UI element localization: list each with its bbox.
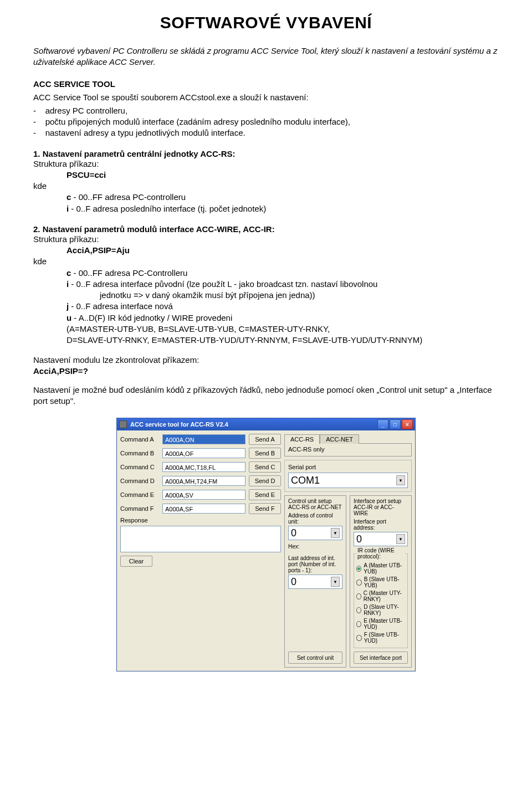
radio-icon bbox=[356, 635, 362, 641]
chevron-down-icon: ▼ bbox=[331, 577, 340, 587]
serial-port-value: COM1 bbox=[291, 475, 320, 486]
serial-port-select[interactable]: COM1 ▼ bbox=[288, 473, 408, 488]
serial-port-group: Serial port COM1 ▼ bbox=[284, 460, 412, 492]
command-f-label: Command F bbox=[120, 505, 159, 512]
tab-acc-rs[interactable]: ACC-RS bbox=[284, 434, 320, 444]
command-c-input[interactable]: A000A,MC,T18,FL bbox=[162, 462, 245, 472]
page-title: SOFTWAROVÉ VYBAVENÍ bbox=[33, 13, 499, 32]
radio-icon bbox=[356, 607, 361, 613]
set-interface-port-button[interactable]: Set interface port bbox=[354, 652, 408, 664]
kde-label: kde bbox=[33, 256, 499, 267]
radio-icon bbox=[356, 579, 362, 586]
radio-icon bbox=[356, 621, 361, 627]
group-title: Interface port setup bbox=[354, 498, 408, 504]
settings-pane: ACC-RS ACC-NET ACC-RS only Serial port C… bbox=[284, 434, 412, 668]
radio-b[interactable]: B (Slave UTB-YUB) bbox=[356, 576, 405, 588]
app-window: ACC service tool for ACC-RS V2.4 _ □ × C… bbox=[116, 418, 416, 671]
radio-f[interactable]: F (Slave UTB-YUD) bbox=[356, 632, 405, 644]
radio-icon bbox=[356, 566, 361, 572]
chevron-down-icon: ▼ bbox=[396, 534, 405, 544]
def-line: u - A..D(F) IR kód jednotky / WIRE prove… bbox=[33, 312, 499, 324]
control-unit-setup-group: Control unit setup ACC-RS or ACC-NET Add… bbox=[284, 495, 346, 668]
command-a-label: Command A bbox=[120, 436, 159, 443]
radio-c[interactable]: C (Master UTY-RNKY) bbox=[356, 590, 405, 602]
app-icon bbox=[119, 420, 127, 428]
struct-label: Struktura příkazu: bbox=[33, 158, 499, 170]
list-item: adresy PC controlleru, bbox=[33, 105, 499, 116]
command-b-label: Command B bbox=[120, 450, 159, 457]
bullet-list: adresy PC controlleru, počtu připojených… bbox=[33, 105, 499, 139]
send-a-button[interactable]: Send A bbox=[249, 434, 281, 445]
command-b-input[interactable]: A000A,OF bbox=[162, 448, 245, 458]
commands-pane: Command A A000A,ON Send A Command B A000… bbox=[120, 434, 281, 668]
maximize-button[interactable]: □ bbox=[390, 419, 401, 429]
subsection-2-title: 2. Nastavení parametrů modulů interface … bbox=[33, 224, 499, 234]
set-control-unit-button[interactable]: Set control unit bbox=[288, 652, 342, 664]
response-box[interactable] bbox=[120, 526, 281, 552]
def-line-extra: D=SLAVE-UTY-RNKY, E=MASTER-UTB-YUD/UTY-R… bbox=[33, 335, 499, 346]
interface-port-setup-group: Interface port setup ACC-IR or ACC-WIRE … bbox=[350, 495, 412, 668]
tab-note: ACC-RS only bbox=[288, 446, 408, 453]
list-item: nastavení adresy a typu jednotlivých mod… bbox=[33, 127, 499, 139]
minimize-button[interactable]: _ bbox=[377, 419, 388, 429]
closing-text: Nastavení je možné buď odesláním kódů z … bbox=[33, 384, 499, 407]
section-heading: ACC SERVICE TOOL bbox=[33, 79, 499, 89]
def-line: i - 0..F adresa posledního interface (tj… bbox=[33, 203, 499, 214]
def-line: j - 0..F adresa interface nová bbox=[33, 301, 499, 312]
group-title: Control unit setup bbox=[288, 498, 342, 504]
chevron-down-icon: ▼ bbox=[331, 528, 340, 538]
command-e-label: Command E bbox=[120, 491, 159, 498]
kde-label: kde bbox=[33, 181, 499, 192]
def-line: i - 0..F adresa interface původní (lze p… bbox=[33, 279, 499, 290]
send-d-button[interactable]: Send D bbox=[249, 475, 281, 486]
send-b-button[interactable]: Send B bbox=[249, 448, 281, 459]
def-line-extra: (A=MASTER-UTB-YUB, B=SLAVE-UTB-YUB, C=MA… bbox=[33, 324, 499, 335]
section-lead-text: ACC Service Tool se spouští souborem ACC… bbox=[33, 92, 499, 103]
tab-acc-net[interactable]: ACC-NET bbox=[320, 434, 359, 444]
serial-port-label: Serial port bbox=[288, 464, 408, 470]
subsection-1-title: 1. Nastavení parametrů centrální jednotk… bbox=[33, 149, 499, 158]
command-d-label: Command D bbox=[120, 478, 159, 484]
command-d-input[interactable]: A000A,MH,T24,FM bbox=[162, 476, 245, 486]
clear-button[interactable]: Clear bbox=[120, 556, 152, 567]
radio-a[interactable]: A (Master UTB-YUB) bbox=[356, 562, 405, 575]
def-line: c - 00..FF adresa PC-controlleru bbox=[33, 192, 499, 203]
ir-code-radio-group: IR code (WIRE protocol): A (Master UTB-Y… bbox=[354, 547, 408, 648]
interface-port-addr-input[interactable]: 0 ▼ bbox=[354, 532, 408, 546]
send-f-button[interactable]: Send F bbox=[249, 503, 281, 514]
intro-text: Softwarové vybavení PC Controlleru se sk… bbox=[33, 45, 499, 68]
send-c-button[interactable]: Send C bbox=[249, 461, 281, 473]
control-unit-addr-input[interactable]: 0 ▼ bbox=[288, 526, 342, 540]
radio-icon bbox=[356, 593, 361, 599]
response-label: Response bbox=[120, 517, 281, 524]
titlebar: ACC service tool for ACC-RS V2.4 _ □ × bbox=[117, 418, 415, 430]
def-line: c - 00..FF adresa PC-Controlleru bbox=[33, 268, 499, 279]
group-subtitle: ACC-IR or ACC-WIRE bbox=[354, 504, 408, 516]
command-f-input[interactable]: A000A,SF bbox=[162, 504, 245, 514]
last-interface-addr-input[interactable]: 0 ▼ bbox=[288, 575, 342, 589]
radio-d[interactable]: D (Slave UTY-RNKY) bbox=[356, 604, 405, 616]
command-e-input[interactable]: A000A,SV bbox=[162, 490, 245, 500]
command-code: AcciA,PSIP=Aju bbox=[33, 245, 499, 256]
last-addr-label: Last address of int. port (Number of int… bbox=[288, 555, 342, 573]
check-command: AcciA,PSIP=? bbox=[33, 366, 499, 376]
command-c-label: Command C bbox=[120, 464, 159, 470]
if-addr-label: Interface port address: bbox=[354, 519, 408, 531]
command-code: PSCU=cci bbox=[33, 170, 499, 181]
addr-label: Address of control unit: bbox=[288, 512, 342, 525]
radio-legend: IR code (WIRE protocol): bbox=[356, 547, 405, 560]
chevron-down-icon: ▼ bbox=[396, 475, 405, 485]
def-line-cont: jednotku => v daný okamžik musí být příp… bbox=[33, 290, 499, 301]
list-item: počtu připojených modulů interface (zadá… bbox=[33, 116, 499, 127]
send-e-button[interactable]: Send E bbox=[249, 489, 281, 500]
struct-label: Struktura příkazu: bbox=[33, 234, 499, 245]
hex-label: Hex: bbox=[288, 543, 342, 550]
command-a-input[interactable]: A000A,ON bbox=[162, 434, 245, 444]
group-subtitle: ACC-RS or ACC-NET bbox=[288, 504, 342, 510]
check-label: Nastavení modulu lze zkontrolovat příkaz… bbox=[33, 355, 499, 366]
close-button[interactable]: × bbox=[402, 419, 413, 429]
radio-e[interactable]: E (Master UTB-YUD) bbox=[356, 618, 405, 630]
window-title: ACC service tool for ACC-RS V2.4 bbox=[130, 421, 377, 428]
